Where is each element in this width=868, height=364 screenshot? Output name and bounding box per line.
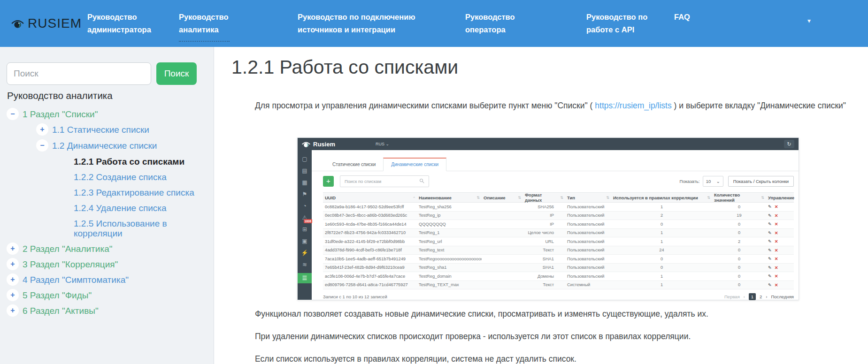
expand-icon[interactable]: +	[7, 273, 19, 286]
nav-item-sources-guide[interactable]: Руководство по подключению источников и …	[298, 11, 457, 36]
tree-item-1-2-1-current[interactable]: 1.2.1 Работа со списками	[74, 157, 207, 167]
pagination-next-icon[interactable]: ›	[766, 294, 767, 299]
page-size-select[interactable]: 10⌄	[703, 176, 723, 187]
edit-icon[interactable]	[768, 230, 772, 235]
table-row[interactable]: 2f8722e7-8b23-4756-942a-fc0333462710 Tes…	[323, 229, 794, 238]
add-list-button[interactable]: +	[323, 176, 334, 187]
column-header-value-count[interactable]: Количество значений⇅	[712, 192, 766, 203]
delete-icon[interactable]	[775, 282, 778, 288]
language-selector[interactable]: RUS ⌄	[376, 142, 389, 146]
edit-icon[interactable]	[768, 248, 772, 253]
correlation-icon[interactable]: ⚡	[301, 250, 308, 256]
reports-icon[interactable]: ▦	[302, 179, 307, 186]
column-header-format[interactable]: Формат данных⇅	[523, 192, 565, 203]
column-header-type[interactable]: Тип⇅	[565, 195, 611, 200]
tree-item-1-2-3[interactable]: 1.2.3 Редактирование списка	[74, 188, 207, 197]
cell-format: Целое число	[523, 230, 565, 235]
column-header-used-in-rules[interactable]: Используется в правилах корреляции⇅	[611, 195, 712, 200]
lists-icon-active[interactable]: ☰	[298, 273, 312, 283]
delete-icon[interactable]	[775, 221, 778, 227]
search-input[interactable]	[7, 62, 151, 85]
table-row[interactable]: ed809796-7258-d641-a8ca-71cd46775927 Tes…	[323, 281, 794, 290]
dashboard-icon[interactable]: ▢	[302, 156, 307, 162]
nav-item-admin-guide[interactable]: Руководство администратора	[87, 11, 148, 36]
pagination-last[interactable]: Последняя	[771, 294, 794, 299]
delete-icon[interactable]	[775, 230, 778, 235]
edit-icon[interactable]	[768, 239, 772, 244]
delete-icon[interactable]	[775, 256, 778, 261]
clock-icon[interactable]: ◔	[303, 203, 306, 209]
edit-icon[interactable]	[768, 282, 772, 288]
lists-url-link[interactable]: https://rusiem_ip/lists	[595, 101, 671, 110]
delete-icon[interactable]	[775, 204, 778, 209]
collapse-icon[interactable]: −	[36, 139, 48, 152]
chevron-down-icon[interactable]: ▾	[807, 17, 811, 24]
edit-icon[interactable]	[768, 221, 772, 227]
expand-icon[interactable]: +	[7, 243, 19, 255]
edit-icon[interactable]	[768, 265, 772, 270]
sources-icon[interactable]: ⚑	[302, 191, 307, 197]
delete-icon[interactable]	[775, 239, 778, 244]
assets-icon[interactable]: ▣	[302, 238, 307, 244]
tree-section-1[interactable]: −1 Раздел "Списки"	[7, 109, 207, 120]
tree-item-1-1[interactable]: +1.1 Статические списки	[36, 125, 207, 136]
network-icon[interactable]: ⊞	[302, 226, 307, 233]
list-search-input[interactable]	[340, 175, 429, 187]
expand-icon[interactable]: +	[7, 258, 19, 270]
delete-icon[interactable]	[775, 273, 778, 279]
delete-icon[interactable]	[775, 248, 778, 253]
alerts-icon[interactable]: ⚠1838	[302, 214, 307, 221]
expand-icon[interactable]: +	[7, 289, 19, 301]
pagination-prev-icon[interactable]: ‹	[744, 294, 745, 299]
tree-section-6[interactable]: +6 Раздел "Активы"	[7, 306, 207, 317]
tab-static-lists[interactable]: Статические списки	[325, 159, 383, 171]
table-row[interactable]: 7aca10b5-1ee5-4adb-aeff-651b7b491249 Tes…	[323, 255, 794, 264]
collapse-icon[interactable]: −	[7, 108, 19, 120]
rusiem-logo[interactable]: RUSIEM	[11, 12, 82, 35]
tree-section-2[interactable]: +2 Раздел "Аналитика"	[7, 244, 207, 255]
tree-item-1-2-4[interactable]: 1.2.4 Удаление списка	[74, 203, 207, 213]
cell-type: Пользовательский	[565, 239, 611, 244]
tree-section-4[interactable]: +4 Раздел "Симптоматика"	[7, 275, 207, 286]
column-header-uuid[interactable]: UUID^	[323, 195, 417, 200]
table-row[interactable]: 7e65b41f-23ef-482b-8d94-d9f63210cea9 Tes…	[323, 264, 794, 273]
toggle-columns-button[interactable]: Показать / Скрыть колонки	[728, 176, 794, 187]
cell-format: SHA1	[523, 265, 565, 270]
table-row[interactable]: 0ec08b47-3ec5-4bcc-a86b-03d683ed265c Tes…	[323, 212, 794, 220]
nav-item-api-guide[interactable]: Руководство по работе с API	[586, 11, 652, 36]
feeds-icon[interactable]: ≋	[302, 261, 307, 268]
table-row[interactable]: 4add378d-f990-4cdf-bef3-c86fe1be718f Tes…	[323, 246, 794, 255]
nav-item-operator-guide[interactable]: Руководство оператора	[465, 11, 518, 36]
delete-icon[interactable]	[775, 265, 778, 270]
delete-icon[interactable]	[775, 213, 778, 218]
refresh-icon[interactable]: ↻	[784, 140, 794, 148]
nav-item-analyst-guide[interactable]: Руководство аналитика	[179, 11, 230, 36]
table-row[interactable]: 31df0ede-a322-4145-bf29-e72bbf0d98bb Tes…	[323, 237, 794, 246]
edit-icon[interactable]	[768, 204, 772, 209]
table-row[interactable]: 0c882a9a-b186-4c17-9502-52d9ee53fcff Tes…	[323, 203, 794, 212]
tree-item-1-2-2[interactable]: 1.2.2 Создание списка	[74, 172, 207, 182]
edit-icon[interactable]	[768, 273, 772, 279]
pagination-page-1[interactable]: 1	[749, 293, 756, 300]
app-eye-logo-icon	[302, 141, 310, 148]
tree-section-5[interactable]: +5 Раздел "Фиды"	[7, 290, 207, 301]
chart-icon[interactable]: ▤	[302, 167, 307, 174]
table-row[interactable]: 1e60c593-4cda-47be-8b35-f166ca44de14 QQQ…	[323, 220, 794, 229]
expand-icon[interactable]: +	[7, 304, 19, 317]
column-header-name[interactable]: Наименование⇅	[417, 195, 482, 200]
column-header-description[interactable]: Описание⇅	[482, 195, 523, 200]
tree-item-1-2[interactable]: −1.2 Динамические списки	[36, 141, 207, 152]
edit-icon[interactable]	[768, 256, 772, 261]
tree-section-3[interactable]: +3 Раздел "Корреляция"	[7, 259, 207, 270]
cell-value-count: 0	[712, 205, 766, 209]
edit-icon[interactable]	[768, 213, 772, 218]
pagination-first[interactable]: Первая	[724, 294, 740, 299]
nav-item-faq[interactable]: FAQ	[674, 11, 695, 23]
tree-item-1-2-5[interactable]: 1.2.5 Использование в корреляции	[74, 219, 207, 238]
cell-format: SHA1	[523, 257, 565, 261]
tab-dynamic-lists[interactable]: Динамические списки	[383, 158, 446, 171]
search-button[interactable]: Поиск	[156, 62, 197, 85]
pagination-page-2[interactable]: 2	[760, 294, 762, 299]
expand-icon[interactable]: +	[36, 123, 48, 136]
table-row[interactable]: ac3fe108-006d-4e7b-b7d7-a55fe4a7cace Tes…	[323, 272, 794, 281]
